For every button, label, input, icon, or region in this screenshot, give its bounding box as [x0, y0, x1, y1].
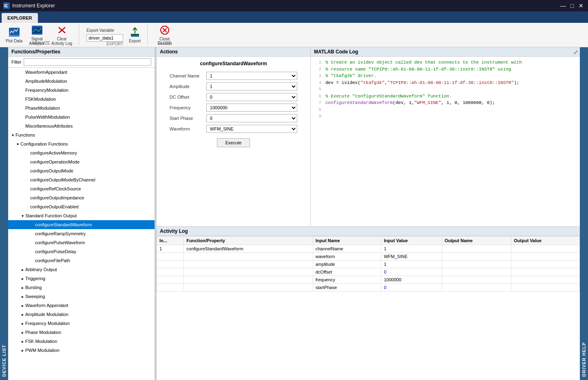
form-field-select-0[interactable]: 1: [206, 72, 297, 80]
tree-item-functions[interactable]: ▾Functions: [8, 130, 155, 139]
tree-item-configure-active-memory[interactable]: configureActiveMemory: [8, 148, 155, 157]
code-line-9: 9: [311, 113, 580, 120]
minimize-button[interactable]: —: [559, 2, 567, 9]
tree-item-triggering[interactable]: ▸Triggering: [8, 274, 155, 283]
log-cell-input-value: 1: [381, 245, 442, 253]
tree-expand-triggering[interactable]: ▸: [20, 276, 25, 281]
log-cell-input-name: amplitude: [313, 261, 381, 268]
log-cell-output-name: [442, 245, 511, 253]
tree-expand-configure-standard-waveform: [29, 222, 35, 228]
tree-item-configure-ramp-symmetry[interactable]: configureRampSymmetry: [8, 229, 155, 238]
tree-item-amplitude-modulation-2[interactable]: ▸Amplitude Modulation: [8, 310, 155, 319]
tree-expand-phase-modulation-2[interactable]: ▸: [20, 329, 25, 335]
tree-expand-arbitrary-output[interactable]: ▸: [20, 267, 25, 272]
log-row: frequency1000000: [157, 276, 580, 284]
tree-item-configure-output-impedance[interactable]: configureOutputImpedance: [8, 193, 155, 202]
tree-item-configure-pulse-waveform[interactable]: configurePulseWaveform: [8, 238, 155, 247]
tree-item-pwm-modulation[interactable]: ▸PWM Modulation: [8, 346, 155, 355]
form-field-select-3[interactable]: 1000000: [206, 104, 297, 112]
log-cell-output-name: [442, 276, 511, 284]
device-list-tab[interactable]: DEVICE LIST: [0, 47, 8, 380]
form-field-label-0: Channel Name: [168, 71, 205, 81]
log-cell-index: 1: [157, 245, 184, 253]
tree-label-configuration-functions: Configuration Functions: [20, 141, 68, 146]
form-field-select-5[interactable]: WFM_SINE: [206, 125, 297, 133]
tree-container[interactable]: WaveformAppendantAmplitudeModulationFreq…: [8, 68, 155, 380]
form-table: Channel Name1Amplitude1DC Offset0Frequen…: [168, 71, 299, 134]
tree-expand-fsk-modulation-2[interactable]: ▸: [20, 338, 25, 344]
tree-item-waveform-appendant-2[interactable]: ▸Waveform Appendant: [8, 301, 155, 310]
tree-item-arbitrary-output[interactable]: ▸Arbitrary Output: [8, 265, 155, 274]
tree-expand-pwm-modulation[interactable]: ▸: [20, 347, 25, 353]
tree-expand-standard-function-output[interactable]: ▾: [20, 213, 25, 219]
tree-item-fsk-modulation[interactable]: FSKModulation: [8, 95, 155, 104]
tree-expand-bursting[interactable]: ▸: [20, 285, 25, 290]
tree-item-frequency-modulation[interactable]: FrequencyModulation: [8, 86, 155, 95]
log-cell-function: [184, 261, 313, 268]
tree-item-pulse-width-modulation[interactable]: PulseWidthModulation: [8, 113, 155, 122]
form-field-select-4[interactable]: 0: [206, 114, 297, 122]
tree-expand-configure-active-memory: [24, 150, 30, 156]
tree-expand-frequency-modulation-2[interactable]: ▸: [20, 320, 25, 326]
tree-label-configure-standard-waveform: configureStandardWaveform: [35, 222, 92, 227]
tree-item-phase-modulation-2[interactable]: ▸Phase Modulation: [8, 328, 155, 337]
svg-text:IE: IE: [4, 4, 8, 8]
tree-label-frequency-modulation: FrequencyModulation: [25, 88, 69, 93]
tree-item-bursting[interactable]: ▸Bursting: [8, 283, 155, 292]
tree-expand-sweeping[interactable]: ▸: [20, 294, 25, 299]
tree-item-waveform-appendant[interactable]: WaveformAppendant: [8, 68, 155, 77]
form-field-label-1: Amplitude: [168, 81, 205, 92]
log-cell-input-name: frequency: [313, 276, 381, 284]
tree-item-configuration-functions[interactable]: ▾Configuration Functions: [8, 139, 155, 148]
log-col-4: Output Name: [442, 236, 511, 245]
form-field-select-1[interactable]: 1: [206, 82, 297, 91]
tree-item-configure-operation-mode[interactable]: configureOperationMode: [8, 157, 155, 166]
tree-label-waveform-appendant-2: Waveform Appendant: [25, 303, 68, 308]
driver-help-tab[interactable]: DRIVER HELP: [580, 47, 588, 380]
form-field-select-2[interactable]: 0: [206, 93, 297, 101]
tree-item-miscellaneous-attributes[interactable]: MiscellaneousAttributes: [8, 122, 155, 130]
tree-item-configure-output-enabled[interactable]: configureOutputEnabled: [8, 202, 155, 211]
activity-table[interactable]: In...Function/PropertyInput NameInput Va…: [157, 236, 580, 380]
log-cell-function: configureStandardWaveform: [184, 245, 313, 253]
tree-expand-functions[interactable]: ▾: [10, 132, 15, 138]
tree-label-fsk-modulation: FSKModulation: [25, 97, 56, 102]
export-variable-input[interactable]: [86, 34, 123, 42]
tree-label-pwm-modulation: PWM Modulation: [25, 348, 60, 353]
code-line-8: 8: [311, 106, 580, 113]
close-button[interactable]: ✕: [577, 2, 585, 9]
functions-panel: Functions/Properties Filter WaveformAppe…: [8, 47, 155, 380]
log-cell-output-name: [442, 253, 511, 261]
tree-expand-configuration-functions[interactable]: ▾: [15, 141, 20, 147]
main-layout: DEVICE LIST Functions/Properties Filter …: [0, 47, 588, 380]
tree-item-phase-modulation[interactable]: PhaseModulation: [8, 104, 155, 113]
tree-item-configure-output-mode-by-channel[interactable]: configureOutputModeByChannel: [8, 175, 155, 184]
activity-header: Activity Log: [157, 227, 580, 236]
tree-item-configure-ref-clock-source[interactable]: configureRefClockSource: [8, 184, 155, 193]
tree-item-sweeping[interactable]: ▸Sweeping: [8, 292, 155, 301]
tree-label-configure-pulse-waveform: configurePulseWaveform: [35, 240, 85, 245]
tree-item-fsk-modulation-2[interactable]: ▸FSK Modulation: [8, 337, 155, 346]
tree-expand-waveform-appendant-2[interactable]: ▸: [20, 303, 25, 308]
maximize-button[interactable]: □: [568, 2, 576, 9]
execute-button[interactable]: Execute: [217, 138, 250, 147]
form-field-label-5: Waveform: [168, 124, 205, 134]
tree-expand-amplitude-modulation-2[interactable]: ▸: [20, 312, 25, 317]
explorer-tab[interactable]: EXPLORER: [2, 13, 38, 23]
code-expand-button[interactable]: ⤢: [573, 49, 578, 55]
log-col-0: In...: [157, 236, 184, 245]
right-top: Actions configureStandardWaveform Channe…: [157, 47, 580, 227]
log-cell-input-value: 1: [381, 261, 442, 268]
tree-item-configure-pulse-delay[interactable]: configurePulseDelay: [8, 247, 155, 256]
activity-panel: Activity Log In...Function/PropertyInput…: [157, 227, 580, 380]
tree-item-configure-standard-waveform[interactable]: configureStandardWaveform: [8, 220, 155, 229]
tree-expand-configure-output-impedance: [24, 195, 30, 201]
tree-item-frequency-modulation-2[interactable]: ▸Frequency Modulation: [8, 319, 155, 328]
filter-input[interactable]: [24, 58, 151, 66]
tree-item-configure-output-mode[interactable]: configureOutputMode: [8, 166, 155, 175]
log-row: dcOffset0: [157, 268, 580, 276]
tree-item-amplitude-modulation[interactable]: AmplitudeModulation: [8, 77, 155, 86]
tree-label-standard-function-output: Standard Function Output: [25, 213, 77, 218]
tree-item-configure-file-path[interactable]: configureFilePath: [8, 256, 155, 265]
tree-item-standard-function-output[interactable]: ▾Standard Function Output: [8, 211, 155, 220]
